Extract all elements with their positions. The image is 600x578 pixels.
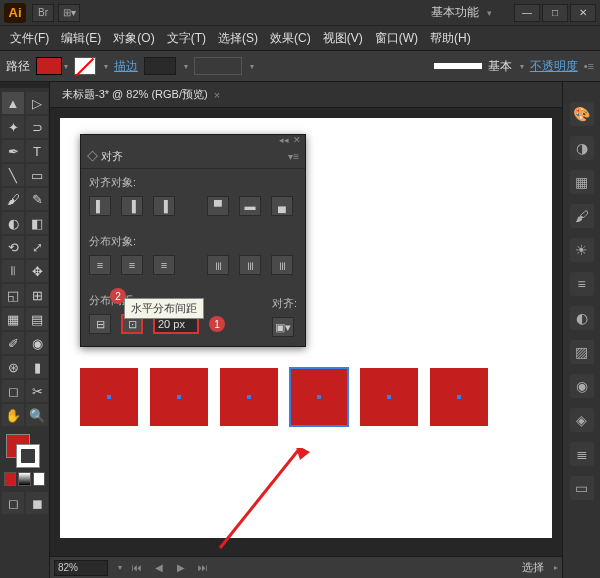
symbol-sprayer-tool[interactable]: ⊛ xyxy=(2,356,24,378)
menu-edit[interactable]: 编辑(E) xyxy=(55,30,107,47)
align-top-button[interactable]: ▀ xyxy=(207,196,229,216)
type-tool[interactable]: T xyxy=(26,140,48,162)
dist-top-button[interactable]: ≡ xyxy=(89,255,111,275)
layers-panel-icon[interactable]: ≣ xyxy=(570,442,594,466)
menu-effect[interactable]: 效果(C) xyxy=(264,30,317,47)
selection-tool[interactable]: ▲ xyxy=(2,92,24,114)
zoom-input[interactable] xyxy=(54,560,108,576)
stroke-arrow-icon[interactable]: ▾ xyxy=(104,62,108,71)
menu-type[interactable]: 文字(T) xyxy=(161,30,212,47)
align-left-button[interactable]: ▌ xyxy=(89,196,111,216)
eraser-tool[interactable]: ◧ xyxy=(26,212,48,234)
last-artboard-button[interactable]: ⏭ xyxy=(196,561,210,575)
dist-vcenter-button[interactable]: ≡ xyxy=(121,255,143,275)
blend-tool[interactable]: ◉ xyxy=(26,332,48,354)
next-artboard-button[interactable]: ▶ xyxy=(174,561,188,575)
maximize-button[interactable]: □ xyxy=(542,4,568,22)
align-hcenter-button[interactable]: ▐ xyxy=(121,196,143,216)
align-to-button[interactable]: ▣▾ xyxy=(272,317,294,337)
line-tool[interactable]: ╲ xyxy=(2,164,24,186)
stroke-dash-preview[interactable] xyxy=(194,57,242,75)
dist-left-button[interactable]: ⫼ xyxy=(207,255,229,275)
color-picker[interactable] xyxy=(0,430,49,470)
dist-right-button[interactable]: ⫼ xyxy=(271,255,293,275)
graph-tool[interactable]: ▮ xyxy=(26,356,48,378)
shape-rect[interactable] xyxy=(80,368,138,426)
stroke-panel-icon[interactable]: ≡ xyxy=(570,272,594,296)
scale-tool[interactable]: ⤢ xyxy=(26,236,48,258)
align-bottom-button[interactable]: ▄ xyxy=(271,196,293,216)
menu-help[interactable]: 帮助(H) xyxy=(424,30,477,47)
first-artboard-button[interactable]: ⏮ xyxy=(130,561,144,575)
brush-basic-label[interactable]: 基本 xyxy=(488,58,512,75)
appearance-panel-icon[interactable]: ◉ xyxy=(570,374,594,398)
shape-rect[interactable] xyxy=(150,368,208,426)
opacity-link[interactable]: 不透明度 xyxy=(530,58,578,75)
workspace-label[interactable]: 基本功能 xyxy=(431,4,479,21)
paintbrush-tool[interactable]: 🖌 xyxy=(2,188,24,210)
swatches-panel-icon[interactable]: ▦ xyxy=(570,170,594,194)
panel-handle[interactable]: ◂◂ ✕ xyxy=(81,135,305,145)
zoom-tool[interactable]: 🔍 xyxy=(26,404,48,426)
dist-hcenter-button[interactable]: ⫼ xyxy=(239,255,261,275)
artboards-panel-icon[interactable]: ▭ xyxy=(570,476,594,500)
stroke-weight-arrow-icon[interactable]: ▾ xyxy=(184,62,188,71)
screen-mode-full[interactable]: ◼ xyxy=(26,492,48,514)
dash-arrow-icon[interactable]: ▾ xyxy=(250,62,254,71)
menu-object[interactable]: 对象(O) xyxy=(107,30,160,47)
close-button[interactable]: ✕ xyxy=(570,4,596,22)
brush-arrow-icon[interactable]: ▾ xyxy=(520,62,524,71)
color-mode-gradient[interactable] xyxy=(18,472,30,486)
menu-window[interactable]: 窗口(W) xyxy=(369,30,424,47)
shape-rect[interactable] xyxy=(430,368,488,426)
stroke-link[interactable]: 描边 xyxy=(114,58,138,75)
artboard-tool[interactable]: ◻ xyxy=(2,380,24,402)
stroke-weight-input[interactable] xyxy=(144,57,176,75)
shape-builder-tool[interactable]: ◱ xyxy=(2,284,24,306)
shape-rect[interactable] xyxy=(220,368,278,426)
brush-preview[interactable] xyxy=(434,63,482,69)
layout-button[interactable]: ⊞▾ xyxy=(58,4,80,22)
tab-close-icon[interactable]: × xyxy=(214,89,220,101)
rectangle-tool[interactable]: ▭ xyxy=(26,164,48,186)
align-vcenter-button[interactable]: ▬ xyxy=(239,196,261,216)
perspective-tool[interactable]: ⊞ xyxy=(26,284,48,306)
blob-brush-tool[interactable]: ◐ xyxy=(2,212,24,234)
mesh-tool[interactable]: ▦ xyxy=(2,308,24,330)
pencil-tool[interactable]: ✎ xyxy=(26,188,48,210)
rotate-tool[interactable]: ⟲ xyxy=(2,236,24,258)
shape-rect-selected[interactable] xyxy=(290,368,348,426)
color-mode-solid[interactable] xyxy=(4,472,16,486)
stroke-color[interactable] xyxy=(16,444,40,468)
fill-arrow-icon[interactable]: ▾ xyxy=(64,62,68,71)
direct-selection-tool[interactable]: ▷ xyxy=(26,92,48,114)
width-tool[interactable]: ⫴ xyxy=(2,260,24,282)
align-right-button[interactable]: ▐ xyxy=(153,196,175,216)
menu-select[interactable]: 选择(S) xyxy=(212,30,264,47)
shape-rect[interactable] xyxy=(360,368,418,426)
fill-swatch[interactable] xyxy=(36,57,62,75)
vertical-spacing-button[interactable]: ⊟ xyxy=(89,314,111,334)
free-transform-tool[interactable]: ✥ xyxy=(26,260,48,282)
more-controls-icon[interactable]: •≡ xyxy=(584,60,594,72)
graphic-styles-panel-icon[interactable]: ◈ xyxy=(570,408,594,432)
hand-tool[interactable]: ✋ xyxy=(2,404,24,426)
bridge-button[interactable]: Br xyxy=(32,4,54,22)
stroke-swatch-none[interactable] xyxy=(74,57,96,75)
minimize-button[interactable]: — xyxy=(514,4,540,22)
panel-collapse-icon[interactable]: ◂◂ xyxy=(279,135,289,145)
dist-bottom-button[interactable]: ≡ xyxy=(153,255,175,275)
prev-artboard-button[interactable]: ◀ xyxy=(152,561,166,575)
document-tab[interactable]: 未标题-3* @ 82% (RGB/预览) × xyxy=(54,87,228,102)
zoom-arrow-icon[interactable]: ▾ xyxy=(118,563,122,572)
eyedropper-tool[interactable]: ✐ xyxy=(2,332,24,354)
gradient-panel-icon[interactable]: ◐ xyxy=(570,306,594,330)
menu-view[interactable]: 视图(V) xyxy=(317,30,369,47)
brushes-panel-icon[interactable]: 🖌 xyxy=(570,204,594,228)
transparency-panel-icon[interactable]: ▨ xyxy=(570,340,594,364)
panel-close-icon[interactable]: ✕ xyxy=(293,135,301,145)
menu-file[interactable]: 文件(F) xyxy=(4,30,55,47)
workspace-arrow-icon[interactable]: ▾ xyxy=(487,8,492,18)
color-mode-none[interactable] xyxy=(33,472,45,486)
panel-menu-icon[interactable]: ▾≡ xyxy=(288,151,299,162)
